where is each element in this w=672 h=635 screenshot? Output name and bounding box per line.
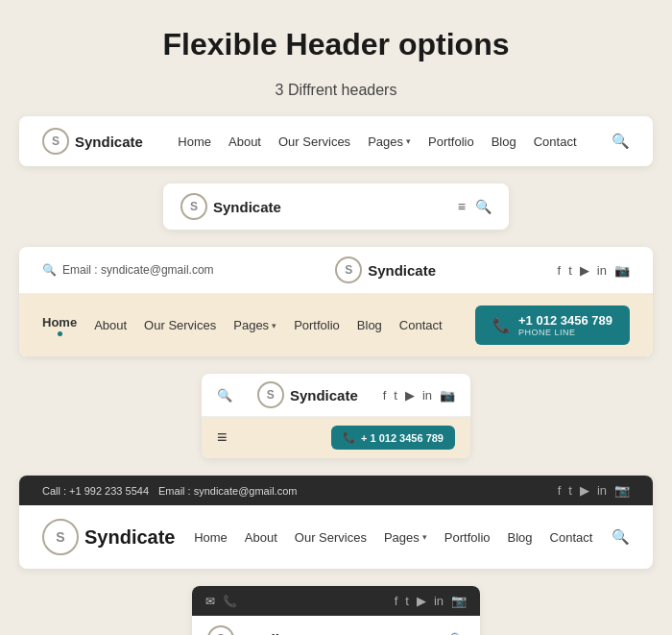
yt-icon-h3[interactable]: ▶ [580, 483, 589, 498]
nav-h3-home[interactable]: Home [194, 530, 228, 545]
header2-social: f t ▶ in 📷 [558, 263, 630, 278]
email-icon-h3m[interactable]: ✉ [205, 595, 215, 608]
header3m-top-icons: ✉ 📞 [205, 595, 237, 608]
linkedin-icon[interactable]: in [597, 263, 607, 278]
facebook-icon[interactable]: f [558, 263, 562, 278]
logo-circle-sm: S [180, 193, 207, 220]
fb-icon-h3[interactable]: f [558, 483, 562, 498]
phone-info: +1 012 3456 789 PHONE LINE [518, 313, 612, 337]
header1-mobile-wrapper: S Syndicate ≡ 🔍 [19, 183, 653, 230]
header3m-logo[interactable]: S Syndicate [207, 625, 308, 635]
header3-desktop: Call : +1 992 233 5544 Email : syndicate… [19, 476, 653, 569]
header2-logo-text: Syndicate [368, 262, 436, 279]
search-icon-h2[interactable]: 🔍 [42, 263, 57, 277]
header2m-logo[interactable]: S Syndicate [257, 381, 358, 408]
phone-number-sm: + 1 012 3456 789 [361, 432, 444, 444]
logo-circle: S [42, 128, 69, 155]
nav-portfolio[interactable]: Portfolio [428, 134, 474, 149]
nav-h2-portfolio[interactable]: Portfolio [294, 318, 340, 332]
header1m-logo[interactable]: S Syndicate [180, 193, 281, 220]
hamburger-icon[interactable]: ≡ [217, 427, 228, 448]
header2m-top: 🔍 S Syndicate f t ▶ in 📷 [202, 374, 470, 417]
email-label: Email : syndicate@gmail.com [62, 263, 214, 277]
logo-circle-h3: S [42, 519, 79, 555]
email-h3: Email : syndicate@gmail.com [158, 485, 297, 497]
search-icon[interactable]: 🔍 [612, 133, 630, 150]
li-icon-h2m[interactable]: in [422, 388, 432, 403]
header3-mobile-wrapper: ✉ 📞 f t ▶ in 📷 S Syndicate ≡ � [19, 586, 653, 635]
menu-icon[interactable]: ≡ [458, 199, 466, 214]
nav-contact[interactable]: Contact [534, 134, 577, 149]
tw-icon-h3[interactable]: t [568, 483, 572, 498]
header3-logo[interactable]: S Syndicate [42, 519, 175, 555]
fb-icon-h3m[interactable]: f [395, 594, 398, 608]
chevron-h3-icon: ▾ [422, 532, 427, 542]
nav-h3-pages[interactable]: Pages ▾ [384, 530, 427, 545]
header3-top-info: Call : +1 992 233 5544 Email : syndicate… [42, 485, 297, 497]
search-icon-h2m[interactable]: 🔍 [217, 388, 232, 403]
logo-circle-h2m: S [257, 381, 284, 408]
nav-about[interactable]: About [228, 134, 261, 149]
header2m-logo-text: Syndicate [290, 387, 358, 403]
nav-h2-contact[interactable]: Contact [399, 318, 443, 332]
yt-icon-h3m[interactable]: ▶ [417, 594, 426, 608]
header3-mobile: ✉ 📞 f t ▶ in 📷 S Syndicate ≡ � [192, 586, 480, 635]
header2-nav-bar: Home About Our Services Pages ▾ Portfoli… [19, 294, 653, 356]
header1-nav: Home About Our Services Pages ▾ Portfoli… [178, 134, 576, 149]
header3m-logo-text: Syndicate [240, 631, 308, 636]
phone-btn-sm[interactable]: 📞 + 1 012 3456 789 [331, 426, 455, 450]
header2-email: 🔍 Email : syndicate@gmail.com [42, 263, 214, 277]
ig-icon-h3[interactable]: 📷 [614, 483, 630, 498]
nav-h2-about[interactable]: About [94, 318, 127, 332]
ig-icon-h3m[interactable]: 📷 [451, 594, 467, 608]
search-icon-h3[interactable]: 🔍 [612, 528, 630, 546]
phone-icon-h3m[interactable]: 📞 [223, 595, 237, 608]
header1-mobile: S Syndicate ≡ 🔍 [163, 183, 509, 230]
phone-icon-sm: 📞 [343, 431, 356, 444]
ig-icon-h2m[interactable]: 📷 [440, 388, 455, 403]
nav-home[interactable]: Home [178, 134, 211, 149]
header1m-logo-text: Syndicate [213, 199, 281, 215]
li-icon-h3m[interactable]: in [434, 594, 444, 608]
nav-blog[interactable]: Blog [492, 134, 516, 149]
header3-top-bar: Call : +1 992 233 5544 Email : syndicate… [19, 476, 653, 505]
nav-h3-contact[interactable]: Contact [550, 530, 593, 545]
li-icon-h3[interactable]: in [597, 483, 607, 498]
phone-icon: 📞 [492, 317, 511, 334]
chevron-h2-icon: ▾ [272, 321, 276, 330]
fb-icon-h2m[interactable]: f [383, 388, 387, 403]
header2-desktop: 🔍 Email : syndicate@gmail.com S Syndicat… [19, 247, 653, 356]
tw-icon-h2m[interactable]: t [394, 388, 397, 403]
youtube-icon[interactable]: ▶ [580, 263, 589, 278]
header1-logo[interactable]: S Syndicate [42, 128, 143, 155]
header3-social: f t ▶ in 📷 [558, 483, 630, 498]
phone-number: +1 012 3456 789 [518, 313, 612, 328]
phone-button[interactable]: 📞 +1 012 3456 789 PHONE LINE [475, 305, 630, 345]
header3-nav-links: Home About Our Services Pages ▾ Portfoli… [194, 530, 592, 545]
logo-circle-h2: S [335, 256, 362, 283]
header2m-social: f t ▶ in 📷 [383, 388, 455, 403]
header1-desktop: S Syndicate Home About Our Services Page… [19, 116, 653, 166]
nav-pages[interactable]: Pages ▾ [368, 134, 411, 149]
nav-services[interactable]: Our Services [278, 134, 350, 149]
nav-h3-blog[interactable]: Blog [508, 530, 533, 545]
nav-h2-services[interactable]: Our Services [144, 318, 216, 332]
nav-h3-portfolio[interactable]: Portfolio [444, 530, 491, 545]
header2-nav-links: Home About Our Services Pages ▾ Portfoli… [42, 315, 443, 336]
header3m-social: f t ▶ in 📷 [395, 594, 467, 608]
nav-h2-pages[interactable]: Pages ▾ [233, 318, 276, 332]
header2-logo[interactable]: S Syndicate [335, 256, 436, 283]
nav-h3-services[interactable]: Our Services [295, 530, 367, 545]
twitter-icon[interactable]: t [568, 263, 572, 278]
nav-h2-home[interactable]: Home [42, 315, 77, 336]
header1m-icons: ≡ 🔍 [458, 199, 492, 214]
nav-h3-about[interactable]: About [245, 530, 277, 545]
yt-icon-h2m[interactable]: ▶ [405, 388, 415, 403]
search-icon-h3m[interactable]: 🔍 [449, 632, 465, 636]
nav-h2-blog[interactable]: Blog [357, 318, 382, 332]
tw-icon-h3m[interactable]: t [405, 594, 409, 608]
active-indicator [58, 331, 62, 336]
instagram-icon[interactable]: 📷 [614, 263, 630, 278]
search-icon-sm[interactable]: 🔍 [475, 199, 492, 214]
hamburger-icon-h3m[interactable]: ≡ [429, 629, 440, 636]
